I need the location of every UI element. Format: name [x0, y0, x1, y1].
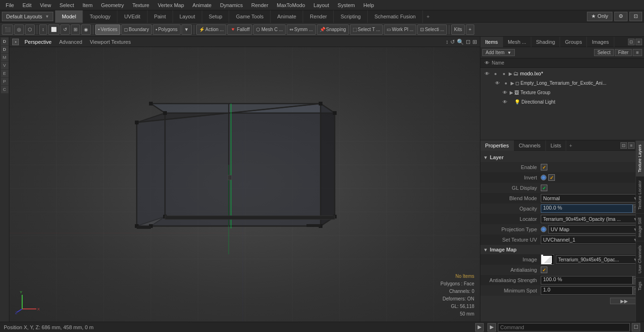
layout-selector[interactable]: Default Layouts ▼	[2, 12, 53, 21]
eye-icon-mesh[interactable]: 👁	[494, 79, 501, 87]
left-btn-2[interactable]: M	[1, 54, 8, 61]
command-input[interactable]	[498, 323, 630, 332]
viewport-move-btn[interactable]: ↕	[446, 39, 448, 45]
menu-system[interactable]: System	[334, 1, 359, 9]
menu-view[interactable]: View	[36, 1, 55, 9]
world-btn[interactable]: ◎	[14, 24, 24, 35]
props-settings-btn[interactable]: ≡	[628, 142, 635, 149]
invert-checkbox-bg[interactable]: ✓	[548, 174, 555, 181]
layout-tab-schematic[interactable]: Schematic Fusion	[368, 10, 422, 23]
layout-tab-animate[interactable]: Animate	[271, 10, 303, 23]
gl-display-checkbox[interactable]: ✓	[541, 185, 547, 191]
mesh-component-btn[interactable]: ⬡ Mesh C ...	[253, 24, 286, 35]
layout-tab-scripting[interactable]: Scripting	[334, 10, 368, 23]
items-panel-settings-btn[interactable]: ≡	[636, 39, 642, 45]
edge-tab-texture-locator[interactable]: Texture Locator	[636, 176, 644, 213]
falloff-btn[interactable]: 🔻 Falloff	[227, 24, 252, 35]
items-more-btn[interactable]: ≡	[633, 49, 642, 56]
filter-btn[interactable]: Filter	[615, 49, 632, 56]
lasso-btn[interactable]: ⬡	[25, 24, 35, 35]
eye-icon-light[interactable]: 👁	[501, 98, 509, 105]
tree-item-mesh[interactable]: 👁 ● ▶ ◻ Empty_Long_Terrarium_for_Exotic_…	[480, 78, 644, 88]
menu-vertexmap[interactable]: Vertex Map	[154, 1, 188, 9]
enable-checkbox-bg[interactable]: ✓	[541, 164, 547, 170]
left-btn-3[interactable]: V	[1, 62, 8, 69]
left-btn-4[interactable]: E	[1, 70, 8, 77]
layout-tab-gametools[interactable]: Game Tools	[229, 10, 271, 23]
viewport-rotate-btn[interactable]: ↺	[450, 39, 455, 45]
minimum-spot-input[interactable]: 1.0	[541, 286, 633, 295]
invert-radio[interactable]	[541, 175, 546, 180]
projection-type-dropdown[interactable]: UV Map ▼	[548, 225, 640, 234]
select-through-btn[interactable]: ⬚ Select T ...	[350, 24, 383, 35]
element-btn[interactable]: ◉	[81, 24, 91, 35]
tree-arrow-root[interactable]: ▶	[509, 71, 512, 76]
layout-tab-uvedit[interactable]: UVEdit	[117, 10, 147, 23]
viewport-toggle[interactable]: ▪	[12, 39, 19, 45]
viewport-tab-textures[interactable]: Viewport Textures	[88, 38, 132, 46]
menu-file[interactable]: File	[2, 1, 18, 9]
items-panel-expand-btn[interactable]: ⊡	[628, 39, 635, 45]
selection-btn[interactable]: ⊡ Selecti ...	[417, 24, 447, 35]
select-btn[interactable]: Select	[594, 49, 614, 56]
menu-geometry[interactable]: Geometry	[97, 1, 127, 9]
menu-dynamics[interactable]: Dynamics	[216, 1, 247, 9]
tree-item-root[interactable]: 👁 ● ● ▶ 🗂 modo.lxo*	[480, 69, 644, 78]
command-right-btn[interactable]: ☐	[632, 323, 640, 332]
items-tab-images[interactable]: Images	[587, 37, 614, 47]
eye-icon-texgrp[interactable]: 👁	[501, 89, 509, 96]
image-preview[interactable]	[541, 254, 554, 265]
items-tab-shading[interactable]: Shading	[531, 37, 560, 47]
blend-mode-dropdown[interactable]: Normal ▼	[541, 194, 640, 202]
edge-tab-texture-layers[interactable]: Texture Layers	[636, 140, 644, 176]
tree-arrow-texgrp[interactable]: ▶	[510, 90, 513, 95]
menu-select[interactable]: Select	[56, 1, 78, 9]
image-map-arrow[interactable]: ▼	[483, 247, 488, 252]
edge-tab-user-channels[interactable]: User Channels	[636, 241, 644, 277]
menu-maxtomodo[interactable]: MaxToModo	[273, 1, 309, 9]
layout-tab-setup[interactable]: Setup	[202, 10, 230, 23]
left-btn-6[interactable]: C	[1, 86, 8, 93]
tree-arrow-light[interactable]: ▶	[510, 99, 513, 105]
image-dropdown[interactable]: Terrarium_90x45x45_Opac... ▼	[556, 255, 640, 264]
eye3-icon-root[interactable]: ●	[500, 70, 508, 77]
layout-tab-render[interactable]: Render	[303, 10, 334, 23]
status-arrow-btn[interactable]: ▶	[475, 323, 484, 332]
projection-radio[interactable]	[541, 227, 546, 232]
menu-render[interactable]: Render	[248, 1, 272, 9]
boundary-btn[interactable]: ◻ Boundary	[121, 24, 152, 35]
add-item-btn[interactable]: Add Item ▼	[482, 49, 515, 56]
eye2-icon-mesh[interactable]: ●	[502, 79, 510, 87]
menu-animate[interactable]: Animate	[189, 1, 215, 9]
props-expand-btn[interactable]: ⊡	[620, 142, 627, 149]
edge-tab-tags[interactable]: Tags	[636, 277, 644, 294]
eye2-icon-root[interactable]: ●	[492, 70, 499, 77]
viewport-expand-btn[interactable]: ⊞	[472, 39, 477, 45]
kits-btn[interactable]: Kits	[451, 24, 465, 35]
action-btn[interactable]: ⚡ Action ...	[196, 24, 227, 35]
work-plane-btn[interactable]: ▭ Work Pl ...	[384, 24, 416, 35]
transform-btn[interactable]: ↕	[39, 24, 47, 35]
viewport-fit-btn[interactable]: ⊡	[466, 39, 471, 45]
viewport-tab-advanced[interactable]: Advanced	[57, 38, 84, 46]
viewport-zoom-btn[interactable]: 🔍	[457, 39, 464, 45]
tree-item-texgrp[interactable]: 👁 ▶ 🖼 Texture Group	[480, 88, 644, 97]
layout-plus-btn[interactable]: +	[423, 12, 433, 21]
tree-arrow-mesh[interactable]: ▶	[511, 81, 514, 86]
items-tab-groups[interactable]: Groups	[560, 37, 587, 47]
command-left-btn[interactable]: ▶	[487, 323, 496, 332]
menu-item[interactable]: Item	[79, 1, 96, 9]
scale-btn[interactable]: ⊞	[71, 24, 80, 35]
layout-maximize-btn[interactable]: ⊡	[629, 12, 642, 21]
tree-item-light[interactable]: 👁 ▶ 💡 Directional Light	[480, 97, 644, 106]
menu-layout[interactable]: Layout	[310, 1, 333, 9]
props-tab-plus[interactable]: +	[566, 142, 575, 149]
left-btn-0[interactable]: D	[1, 38, 8, 45]
star-only-btn[interactable]: ★ Only	[587, 12, 612, 21]
left-btn-5[interactable]: P	[1, 78, 8, 85]
snapping-btn[interactable]: 📌 Snapping	[317, 24, 349, 35]
props-tab-lists[interactable]: Lists	[546, 140, 567, 151]
eye-icon-root[interactable]: 👁	[483, 70, 491, 77]
edge-tab-image-still[interactable]: Image Still	[636, 213, 644, 241]
props-tab-properties[interactable]: Properties	[480, 140, 514, 151]
